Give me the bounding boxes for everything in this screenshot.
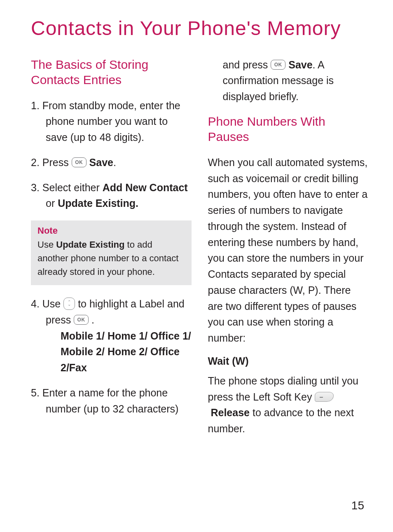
ok-key-icon: OK <box>74 315 89 325</box>
note-update-existing: Update Existing <box>56 239 124 250</box>
wait-subtitle: Wait (W) <box>208 355 369 367</box>
step-text: Enter a name for the phone number (up to… <box>42 387 179 415</box>
nav-key-icon <box>63 298 75 310</box>
page-title: Contacts in Your Phone's Memory <box>31 16 368 40</box>
step-text-b <box>87 157 89 168</box>
step-5: 5. Enter a name for the phone number (up… <box>31 385 192 417</box>
step-text: From standby mode, enter the phone numbe… <box>42 100 180 143</box>
step-number: 1. <box>31 100 42 111</box>
left-column: The Basics of Storing Contacts Entries 1… <box>31 57 192 446</box>
pauses-paragraph: When you call automated systems, such as… <box>208 155 369 346</box>
step-text-c: . <box>89 314 94 326</box>
left-soft-key-icon <box>315 392 334 402</box>
step-3: 3. Select either Add New Contact or Upda… <box>31 180 192 212</box>
cont-a: and press <box>223 59 271 70</box>
step-1: 1. From standby mode, enter the phone nu… <box>31 98 192 145</box>
note-label: Note <box>37 225 185 236</box>
section-basics-title: The Basics of Storing Contacts Entries <box>31 57 192 88</box>
update-existing-label: Update Existing. <box>58 197 138 209</box>
step-4: 4. Use to highlight a Label and press OK… <box>31 296 192 376</box>
step-2: 2. Press OK Save. <box>31 155 192 171</box>
label-options: Mobile 1/ Home 1/ Office 1/ Mobile 2/ Ho… <box>46 328 192 376</box>
step-number: 2. <box>31 157 42 168</box>
step-text-a: Select either <box>42 182 103 193</box>
add-new-contact-label: Add New Contact <box>103 182 188 193</box>
section-pauses-title: Phone Numbers With Pauses <box>208 114 369 145</box>
content-columns: The Basics of Storing Contacts Entries 1… <box>31 57 368 446</box>
ok-key-icon: OK <box>271 60 285 70</box>
step-number: 5. <box>31 387 42 398</box>
step-5-continued: and press OK Save. A confirmation messag… <box>208 57 369 105</box>
note-box: Note Use Update Existing to add another … <box>31 220 192 285</box>
wait-text-a: The phone stops dialing until you press … <box>208 375 359 403</box>
step-number: 3. <box>31 182 42 193</box>
steps-list-cont: 4. Use to highlight a Label and press OK… <box>31 296 192 417</box>
step-text-a: Use <box>42 298 63 309</box>
step-text-a: Press <box>42 157 72 168</box>
ok-key-icon: OK <box>72 157 87 167</box>
steps-list: 1. From standby mode, enter the phone nu… <box>31 98 192 212</box>
step-text-b: or <box>46 197 58 209</box>
save-label: Save <box>89 157 113 168</box>
step-text-c: . <box>113 157 116 168</box>
page-number: 15 <box>351 499 364 512</box>
step-number: 4. <box>31 298 42 309</box>
save-label: Save <box>288 59 312 70</box>
release-label: Release <box>211 407 250 418</box>
note-body: Use Update Existing to add another phone… <box>37 238 185 279</box>
note-text-a: Use <box>37 239 56 250</box>
wait-paragraph: The phone stops dialing until you press … <box>208 373 369 437</box>
right-column: and press OK Save. A confirmation messag… <box>208 57 369 446</box>
